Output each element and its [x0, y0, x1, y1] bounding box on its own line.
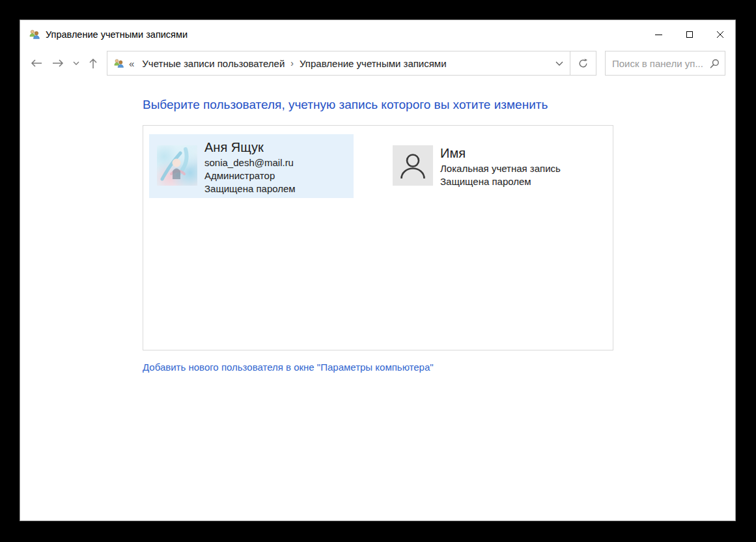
account-protection: Защищена паролем	[440, 175, 561, 188]
minimize-icon	[655, 35, 662, 35]
back-button[interactable]	[25, 51, 47, 75]
maximize-button[interactable]	[674, 20, 705, 49]
account-info: Имя Локальная учетная запись Защищена па…	[440, 134, 561, 198]
close-icon	[716, 31, 724, 38]
chevron-down-icon	[555, 61, 563, 66]
person-outline-icon	[393, 145, 433, 186]
account-email: sonia_desh@mail.ru	[204, 156, 296, 169]
close-button[interactable]	[705, 20, 735, 49]
minimize-button[interactable]	[643, 20, 674, 49]
search-box	[605, 51, 725, 76]
search-icon[interactable]	[710, 59, 720, 68]
account-role: Администратор	[204, 169, 296, 182]
navigation-toolbar: « Учетные записи пользователей › Управле…	[20, 49, 735, 78]
search-input[interactable]	[612, 58, 710, 69]
accounts-panel: Аня Ящук sonia_desh@mail.ru Администрато…	[143, 125, 613, 350]
page-content: Выберите пользователя, учетную запись ко…	[20, 98, 735, 373]
account-tile-imya[interactable]: Имя Локальная учетная запись Защищена па…	[385, 134, 589, 198]
account-info: Аня Ящук sonia_desh@mail.ru Администрато…	[204, 134, 296, 198]
address-bar[interactable]: « Учетные записи пользователей › Управле…	[107, 51, 596, 76]
chevron-down-icon	[73, 61, 79, 65]
avatar	[393, 145, 433, 186]
account-name: Аня Ящук	[204, 139, 296, 156]
users-app-icon-small	[113, 58, 124, 69]
account-name: Имя	[440, 145, 561, 162]
avatar-art-strokes	[157, 145, 197, 186]
breadcrumb: « Учетные записи пользователей › Управле…	[107, 51, 549, 75]
breadcrumb-item-manage-accounts[interactable]: Управление учетными записями	[297, 56, 449, 71]
refresh-button[interactable]	[570, 51, 596, 75]
account-tile-anya[interactable]: Аня Ящук sonia_desh@mail.ru Администрато…	[149, 134, 354, 198]
back-arrow-icon	[31, 59, 42, 68]
up-arrow-icon	[89, 58, 98, 69]
breadcrumb-collapse-chevron[interactable]: «	[129, 58, 134, 69]
refresh-icon	[578, 58, 589, 69]
control-panel-window: Управление учетными записями	[20, 20, 736, 521]
up-button[interactable]	[83, 51, 103, 75]
page-title: Выберите пользователя, учетную запись ко…	[143, 98, 735, 112]
forward-arrow-icon	[52, 59, 64, 68]
avatar	[157, 145, 197, 186]
breadcrumb-separator-icon: ›	[287, 58, 297, 68]
maximize-icon	[686, 31, 693, 38]
forward-button[interactable]	[47, 51, 68, 75]
window-controls	[643, 20, 735, 49]
account-protection: Защищена паролем	[204, 182, 296, 195]
breadcrumb-item-user-accounts[interactable]: Учетные записи пользователей	[139, 56, 287, 71]
recent-pages-button[interactable]	[68, 51, 83, 75]
address-dropdown-button[interactable]	[549, 51, 570, 75]
account-type: Локальная учетная запись	[440, 162, 561, 175]
users-app-icon	[29, 29, 40, 40]
add-user-link[interactable]: Добавить нового пользователя в окне "Пар…	[143, 362, 434, 373]
window-title: Управление учетными записями	[46, 29, 188, 40]
title-bar: Управление учетными записями	[20, 20, 735, 49]
